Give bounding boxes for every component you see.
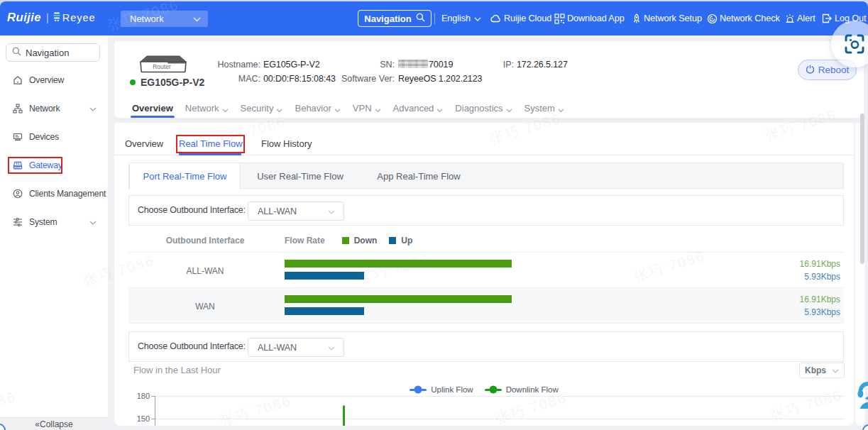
annotation-box-gateway (8, 157, 62, 174)
sub-tab-bar: Port Real-Time Flow User Real-Time Flow … (128, 162, 844, 189)
select-value: ALL-WAN (258, 343, 297, 353)
sidebar-item-clients-management[interactable]: Clients Management (0, 180, 108, 208)
link-label: Alert (797, 13, 815, 23)
subtab-user-real-time-flow[interactable]: User Real-Time Flow (241, 163, 360, 189)
choose-interface-label: Choose Outbound Interface: (138, 341, 246, 351)
status-dot-online (130, 79, 136, 85)
sn-visible-digits: 70019 (429, 60, 453, 70)
alert-icon (785, 13, 795, 24)
tab-label: Network (185, 103, 219, 114)
language-dropdown[interactable]: English (441, 10, 481, 27)
tab-advanced[interactable]: Advanced (393, 103, 444, 118)
sidebar-collapse-button[interactable]: « Collapse (0, 417, 108, 430)
down-flow-value: 16.91Kbps (800, 294, 840, 304)
legend-downlink-flow[interactable]: Downlink Flow (485, 385, 559, 394)
tab-network[interactable]: Network (185, 103, 229, 118)
sidebar-item-devices[interactable]: Devices (0, 123, 108, 151)
network-check-icon (707, 13, 718, 24)
devices-icon (13, 132, 23, 142)
sn-label: SN: (380, 60, 395, 70)
subtab-app-real-time-flow[interactable]: App Real-Time Flow (360, 163, 478, 189)
hostname-value: EG105G-P-V2 (263, 60, 320, 70)
power-icon (806, 65, 815, 76)
down-flow-bar (285, 260, 512, 268)
logo-divider: | (46, 12, 49, 23)
network-switcher-dropdown[interactable]: Network (121, 11, 208, 27)
network-switcher-label: Network (130, 13, 164, 24)
chart-gridline (155, 419, 845, 419)
unit-select[interactable]: Kbps (799, 363, 845, 378)
hour-flow-filter-box: Choose Outbound Interface: ALL-WAN (128, 331, 844, 362)
tab-label: Advanced (393, 103, 434, 114)
headset-icon (857, 380, 868, 412)
search-icon (12, 47, 21, 58)
interface-name: WAN (148, 302, 262, 312)
reyee-logo-label: Reyee (62, 12, 96, 23)
navigation-search-button[interactable]: Navigation (358, 10, 432, 27)
legend-up-swatch (389, 237, 396, 244)
screen-capture-icon (842, 32, 867, 56)
ip-value: 172.26.5.127 (517, 60, 568, 70)
table-row: ALL-WAN 16.91Kbps 5.93Kbps (128, 253, 844, 288)
chevron-down-icon (832, 365, 839, 375)
tab-behavior[interactable]: Behavior (295, 103, 340, 118)
annotation-box-real-time-flow (176, 135, 245, 153)
tab-flow-history[interactable]: Flow History (261, 138, 312, 149)
outbound-interface-select[interactable]: ALL-WAN (248, 202, 344, 221)
collapse-icon: « (35, 419, 40, 429)
up-flow-bar (285, 307, 364, 315)
tab-overview[interactable]: Overview (132, 103, 173, 118)
router-figure-label: Router (153, 63, 171, 70)
column-header-outbound-interface: Outbound Interface (148, 236, 262, 246)
sidebar-search-label: Navigation (26, 48, 69, 58)
legend-uplink-flow[interactable]: Uplink Flow (410, 385, 473, 394)
ruijie-cloud-link[interactable]: Ruijie Cloud (490, 10, 551, 27)
down-flow-value: 16.91Kbps (800, 259, 840, 269)
primary-tab-bar: Overview Network Security Behavior VPN A… (132, 103, 564, 118)
sidebar-item-system[interactable]: System (0, 208, 108, 236)
downlink-spike (343, 405, 345, 426)
tab-label: System (524, 103, 555, 114)
table-row: WAN 16.91Kbps 5.93Kbps (128, 288, 844, 324)
column-header-flow-rate: Flow Rate Down Up (285, 236, 419, 246)
vertical-scrollbar-thumb[interactable] (860, 114, 864, 264)
subtab-port-real-time-flow[interactable]: Port Real-Time Flow (129, 163, 241, 189)
network-check-link[interactable]: Network Check (707, 10, 780, 27)
sn-masked-segment (398, 60, 428, 68)
sidebar-item-network[interactable]: Network (0, 94, 108, 123)
clients-icon (13, 189, 23, 199)
network-setup-link[interactable]: Network Setup (632, 10, 702, 27)
sidebar-navigation-search[interactable]: Navigation (6, 43, 100, 62)
y-axis-line (155, 396, 155, 426)
tab-vpn[interactable]: VPN (353, 103, 381, 118)
outbound-interface-select[interactable]: ALL-WAN (248, 338, 344, 357)
alert-link[interactable]: Alert (785, 10, 815, 27)
device-status: EG105G-P-V2 (130, 77, 204, 88)
link-label: Network Check (720, 13, 780, 23)
language-label: English (441, 13, 471, 23)
sn-value: 70019 (398, 60, 453, 70)
software-version-label: Software Ver: (341, 74, 395, 84)
chevron-down-icon (436, 104, 443, 115)
mac-label: MAC: (238, 74, 260, 84)
tab-security[interactable]: Security (241, 103, 283, 118)
navigation-button-label: Navigation (364, 13, 411, 24)
router-figure: Router (138, 55, 188, 76)
support-floating-button[interactable] (857, 380, 868, 414)
tab-flow-overview[interactable]: Overview (125, 138, 163, 149)
hostname-label: Hostname: (218, 60, 260, 70)
port-flow-table: Outbound Interface Flow Rate Down Up ALL… (128, 228, 844, 324)
download-app-link[interactable]: Download App (554, 10, 625, 27)
tab-system[interactable]: System (524, 103, 564, 118)
system-icon (13, 217, 23, 227)
ip-label: IP: (503, 60, 514, 70)
tab-label: Security (241, 103, 274, 114)
tab-diagnostics[interactable]: Diagnostics (455, 103, 512, 118)
chevron-down-icon (558, 104, 564, 115)
choose-interface-label: Choose Outbound Interface: (138, 205, 246, 215)
sidebar-item-overview[interactable]: Overview (0, 66, 108, 94)
y-axis-tick-label: 150 (128, 414, 150, 423)
up-flow-value: 5.93Kbps (804, 272, 840, 282)
device-info-card: Router EG105G-P-V2 Hostname: EG105G-P-V2… (114, 41, 864, 118)
link-label: Network Setup (644, 13, 702, 23)
